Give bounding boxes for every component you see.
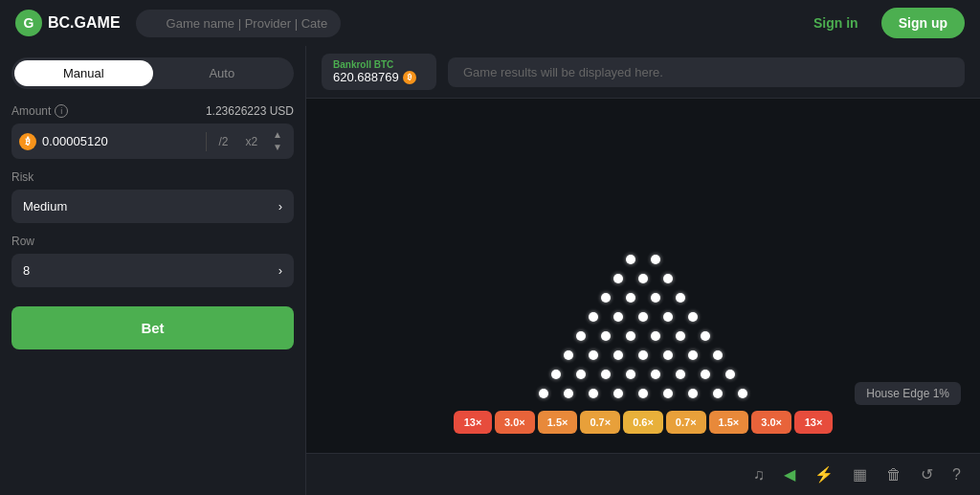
right-panel: Bankroll BTC 620.688769 ₿ Game results w… bbox=[306, 46, 980, 495]
logo: G BC.GAME bbox=[15, 10, 121, 36]
bankroll-value: 620.688769 ₿ bbox=[333, 70, 425, 84]
peg bbox=[626, 293, 635, 303]
peg bbox=[651, 293, 660, 303]
row-label: Row bbox=[11, 235, 34, 248]
peg bbox=[601, 331, 611, 341]
peg bbox=[613, 274, 623, 283]
peg bbox=[676, 331, 685, 341]
peg bbox=[651, 255, 660, 264]
risk-chevron-icon: › bbox=[278, 199, 282, 214]
peg bbox=[626, 255, 635, 264]
peg bbox=[638, 350, 648, 360]
peg bbox=[701, 370, 710, 379]
results-placeholder: Game results will be displayed here. bbox=[463, 65, 663, 79]
logo-text: BC.GAME bbox=[48, 14, 121, 32]
refresh-icon[interactable]: ↺ bbox=[921, 465, 933, 484]
peg bbox=[688, 389, 698, 398]
peg-row bbox=[568, 326, 718, 346]
peg bbox=[663, 274, 673, 283]
btc-icon: ₿ bbox=[19, 133, 36, 150]
trash-icon[interactable]: 🗑 bbox=[886, 466, 902, 484]
peg bbox=[576, 331, 586, 341]
peg bbox=[539, 389, 548, 398]
game-area: 13×3.0×1.5×0.7×0.6×0.7×1.5×3.0×13× House… bbox=[306, 99, 980, 453]
peg-row bbox=[556, 346, 730, 365]
peg bbox=[564, 350, 573, 360]
peg bbox=[589, 350, 598, 360]
risk-select[interactable]: Medium › bbox=[11, 190, 294, 223]
grid-icon[interactable]: ▦ bbox=[853, 465, 867, 484]
double-button[interactable]: x2 bbox=[239, 133, 263, 150]
play-icon[interactable]: ◀ bbox=[784, 465, 795, 484]
multiplier-box: 3.0× bbox=[751, 411, 791, 434]
multiplier-box: 13× bbox=[454, 411, 492, 434]
bet-button[interactable]: Bet bbox=[11, 306, 294, 349]
peg bbox=[613, 312, 623, 322]
risk-label: Risk bbox=[11, 170, 33, 184]
peg bbox=[713, 389, 723, 398]
results-bar: Game results will be displayed here. bbox=[448, 57, 965, 87]
logo-icon: G bbox=[15, 10, 42, 36]
multiplier-box: 1.5× bbox=[709, 411, 749, 434]
half-button[interactable]: /2 bbox=[212, 133, 234, 150]
multiplier-box: 0.6× bbox=[623, 411, 663, 434]
peg bbox=[638, 312, 648, 322]
mode-tabs: Manual Auto bbox=[11, 57, 294, 89]
peg bbox=[601, 293, 611, 303]
peg bbox=[738, 389, 747, 398]
bankroll-coin-icon: ₿ bbox=[403, 71, 416, 84]
stepper: ▲ ▼ bbox=[269, 129, 286, 153]
row-value: 8 bbox=[23, 263, 30, 278]
amount-info-icon[interactable]: i bbox=[55, 104, 68, 118]
signup-button[interactable]: Sign up bbox=[881, 8, 965, 38]
amount-btc-value: 0.00005120 bbox=[42, 134, 200, 148]
peg bbox=[713, 350, 723, 360]
peg-row bbox=[531, 384, 755, 403]
game-header: Bankroll BTC 620.688769 ₿ Game results w… bbox=[306, 46, 980, 99]
divider bbox=[206, 132, 207, 151]
multiplier-box: 0.7× bbox=[666, 411, 706, 434]
row-label-row: Row bbox=[11, 235, 294, 248]
search-input[interactable] bbox=[136, 10, 341, 37]
peg bbox=[576, 370, 586, 379]
peg bbox=[589, 312, 598, 322]
stepper-down[interactable]: ▼ bbox=[269, 142, 286, 153]
peg bbox=[626, 331, 635, 341]
peg bbox=[676, 370, 685, 379]
peg-row bbox=[544, 365, 743, 384]
peg bbox=[601, 370, 611, 379]
main-content: Manual Auto Amount i 1.23626223 USD ₿ 0.… bbox=[0, 46, 980, 495]
house-edge-badge: House Edge 1% bbox=[855, 382, 961, 405]
peg bbox=[638, 389, 648, 398]
peg bbox=[688, 312, 698, 322]
peg bbox=[651, 370, 660, 379]
peg bbox=[638, 274, 648, 283]
bottom-toolbar: ♫ ◀ ⚡ ▦ 🗑 ↺ ? bbox=[306, 453, 980, 495]
peg bbox=[663, 350, 673, 360]
row-select[interactable]: 8 › bbox=[11, 254, 294, 287]
search-wrapper: 🔍 bbox=[136, 10, 442, 37]
music-icon[interactable]: ♫ bbox=[753, 466, 765, 484]
tab-auto[interactable]: Auto bbox=[153, 60, 292, 86]
header: G BC.GAME 🔍 Sign in Sign up bbox=[0, 0, 980, 46]
row-chevron-icon: › bbox=[278, 263, 282, 278]
bankroll-label: Bankroll BTC bbox=[333, 59, 425, 70]
peg-row bbox=[618, 250, 668, 269]
amount-label: Amount bbox=[11, 104, 51, 118]
risk-label-row: Risk bbox=[11, 170, 294, 184]
peg bbox=[725, 370, 735, 379]
lightning-icon[interactable]: ⚡ bbox=[814, 465, 834, 484]
peg bbox=[663, 312, 673, 322]
tab-manual[interactable]: Manual bbox=[14, 60, 153, 86]
help-icon[interactable]: ? bbox=[952, 466, 961, 484]
peg-row bbox=[593, 288, 693, 307]
multiplier-box: 3.0× bbox=[495, 411, 535, 434]
multiplier-box: 0.7× bbox=[580, 411, 620, 434]
peg bbox=[701, 331, 710, 341]
peg-row bbox=[581, 307, 705, 326]
signin-button[interactable]: Sign in bbox=[802, 10, 870, 36]
bankroll-amount: 620.688769 bbox=[333, 70, 399, 84]
peg bbox=[663, 389, 673, 398]
peg bbox=[626, 370, 635, 379]
stepper-up[interactable]: ▲ bbox=[269, 129, 286, 141]
